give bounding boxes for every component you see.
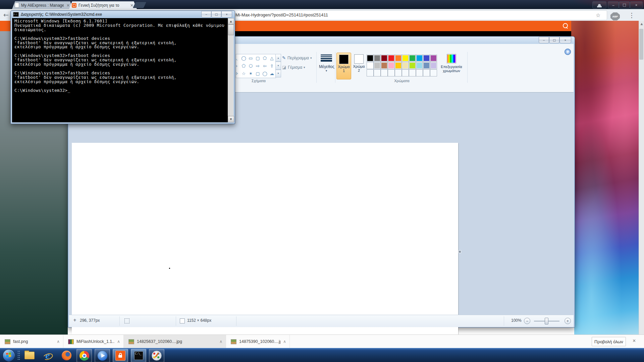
- shape-icon[interactable]: ▢: [254, 54, 261, 62]
- palette-swatch[interactable]: [402, 55, 409, 62]
- paint-minimize-button[interactable]: –: [539, 37, 549, 43]
- palette-swatch-empty[interactable]: [381, 69, 388, 76]
- canvas-resize-handle-right[interactable]: [459, 250, 461, 253]
- palette-swatch[interactable]: [402, 62, 409, 69]
- chevron-up-icon[interactable]: ∧: [57, 339, 60, 344]
- download-item[interactable]: 14875390_102060....jpg ∧: [226, 335, 290, 348]
- shape-icon[interactable]: ▭: [247, 54, 254, 62]
- shape-icon[interactable]: ⬠: [261, 54, 268, 62]
- shape-icon[interactable]: ☆: [240, 70, 247, 77]
- palette-swatch-empty[interactable]: [409, 69, 416, 76]
- shape-icon[interactable]: ⇨: [254, 62, 261, 70]
- palette-swatch-empty[interactable]: [374, 69, 381, 76]
- color1-button[interactable]: Χρώμα 1: [336, 53, 351, 79]
- taskbar-explorer-button[interactable]: [22, 349, 37, 362]
- browser-minimize-button[interactable]: –: [608, 1, 619, 8]
- zoom-slider-thumb[interactable]: [545, 318, 548, 324]
- color2-button[interactable]: Χρώμα 2: [352, 53, 366, 79]
- gallery-scroll-button[interactable]: ▴: [275, 54, 281, 62]
- download-item[interactable]: fast.png ∧: [0, 335, 63, 348]
- browser-menu-icon[interactable]: ⋮: [629, 11, 635, 19]
- shape-icon[interactable]: ✧: [236, 70, 240, 77]
- shape-icon[interactable]: ⬠: [240, 62, 247, 70]
- paint-maximize-button[interactable]: □: [549, 37, 559, 43]
- shape-icon[interactable]: ⇦: [261, 62, 268, 70]
- palette-swatch[interactable]: [388, 62, 395, 69]
- shape-icon[interactable]: ✶: [247, 70, 254, 77]
- taskbar-mediaplayer-button[interactable]: [95, 349, 110, 362]
- palette-swatch[interactable]: [423, 55, 430, 62]
- palette-swatch-empty[interactable]: [395, 69, 402, 76]
- download-bar-close-icon[interactable]: ×: [633, 338, 636, 344]
- scroll-up-icon[interactable]: ▲: [228, 18, 234, 24]
- cmd-close-button[interactable]: ×: [221, 11, 232, 17]
- scroll-down-icon[interactable]: ▼: [228, 116, 234, 122]
- start-button[interactable]: [3, 349, 15, 362]
- cmd-minimize-button[interactable]: –: [201, 11, 211, 17]
- scroll-up-icon[interactable]: ▲: [639, 22, 644, 25]
- taskbar-firefox-button[interactable]: [59, 349, 74, 362]
- taskbar-miflash-button[interactable]: [113, 349, 128, 362]
- palette-swatch[interactable]: [409, 62, 416, 69]
- shape-icon[interactable]: ◟: [236, 54, 240, 62]
- palette-swatch[interactable]: [388, 55, 395, 62]
- size-button[interactable]: Μέγεθος ▾: [319, 53, 334, 72]
- shape-icon[interactable]: ◯: [261, 70, 268, 77]
- zoom-in-button[interactable]: +: [565, 318, 571, 324]
- taskbar-chrome-button[interactable]: [76, 349, 92, 362]
- help-icon[interactable]: ?: [565, 49, 571, 55]
- browser-close-button[interactable]: ×: [630, 1, 643, 8]
- tab-close-icon[interactable]: ×: [66, 3, 70, 8]
- back-icon[interactable]: ←: [3, 11, 9, 18]
- shape-icon[interactable]: ⇧: [268, 62, 275, 70]
- taskbar-cmd-button[interactable]: C:\_: [131, 349, 146, 362]
- palette-swatch-empty[interactable]: [367, 69, 374, 76]
- outline-dropdown[interactable]: ✎ Περίγραμμα ▾: [282, 55, 312, 60]
- palette-swatch[interactable]: [381, 62, 388, 69]
- palette-swatch-empty[interactable]: [388, 69, 395, 76]
- page-scrollbar-thumb[interactable]: [639, 29, 643, 60]
- download-item[interactable]: 14825637_102060....jpg ∧: [124, 335, 226, 348]
- cmd-console[interactable]: Microsoft Windows [Έκδοση 6.1.7601] Πνευ…: [12, 18, 233, 122]
- fill-dropdown[interactable]: ◪ Γέμισμα ▾: [282, 65, 305, 70]
- palette-swatch-empty[interactable]: [402, 69, 409, 76]
- browser-profile-button[interactable]: [592, 1, 606, 8]
- palette-swatch[interactable]: [430, 62, 437, 69]
- palette-swatch[interactable]: [416, 62, 423, 69]
- zoom-out-button[interactable]: −: [524, 318, 530, 324]
- palette-swatch[interactable]: [423, 62, 430, 69]
- palette-swatch[interactable]: [381, 55, 388, 62]
- shape-icon[interactable]: ☁: [268, 70, 275, 77]
- palette-swatch[interactable]: [374, 55, 381, 62]
- palette-swatch[interactable]: [416, 55, 423, 62]
- shape-icon[interactable]: ▢: [254, 70, 261, 77]
- page-scrollbar[interactable]: ▲: [639, 21, 644, 335]
- taskbar-paint-button[interactable]: [149, 349, 164, 362]
- cmd-scrollbar[interactable]: ▲ ▼: [228, 18, 233, 122]
- chevron-up-icon[interactable]: ∧: [219, 339, 222, 344]
- cmd-maximize-button[interactable]: □: [211, 11, 221, 17]
- shape-icon[interactable]: △: [268, 54, 275, 62]
- paint-close-button[interactable]: ×: [559, 37, 571, 43]
- palette-swatch[interactable]: [395, 62, 402, 69]
- show-all-downloads-button[interactable]: Προβολή όλων: [592, 337, 626, 346]
- chevron-up-icon[interactable]: ∧: [117, 339, 120, 344]
- paint-canvas[interactable]: [72, 143, 458, 360]
- taskbar-ie-button[interactable]: e: [40, 349, 55, 362]
- gallery-scroll-button[interactable]: ▾: [275, 70, 281, 77]
- palette-swatch-empty[interactable]: [430, 69, 437, 76]
- cmd-scrollbar-thumb[interactable]: [228, 24, 234, 35]
- palette-swatch-empty[interactable]: [416, 69, 423, 76]
- palette-swatch[interactable]: [409, 55, 416, 62]
- chevron-up-icon[interactable]: ∧: [283, 339, 286, 344]
- gallery-scroll-button[interactable]: ▾: [275, 62, 281, 69]
- palette-swatch-empty[interactable]: [423, 69, 430, 76]
- palette-swatch[interactable]: [367, 55, 374, 62]
- palette-swatch[interactable]: [430, 55, 437, 62]
- bookmark-star-icon[interactable]: ☆: [596, 12, 600, 18]
- shapes-gallery[interactable]: ◟◯▭▢⬠△›⬠⬡⇨⇦⇧✧☆✶▢◯☁: [236, 54, 276, 78]
- download-item[interactable]: MiFlashUnlock_1.1.....zip ∧: [63, 335, 124, 348]
- palette-swatch[interactable]: [395, 55, 402, 62]
- shape-icon[interactable]: ⬡: [247, 62, 254, 70]
- browser-restore-button[interactable]: □: [619, 1, 630, 8]
